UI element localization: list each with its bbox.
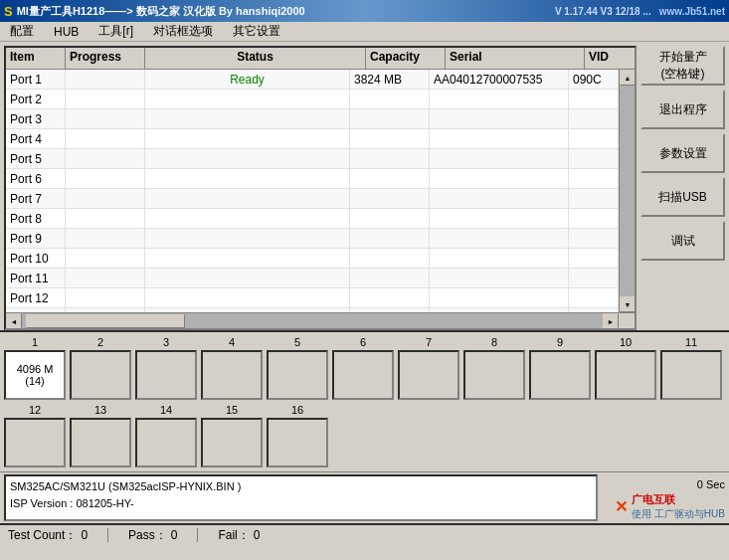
cell-capacity [350,209,430,229]
debug-button[interactable]: 调试 [640,221,725,261]
cell-item: Port 11 [6,269,66,288]
menu-hub[interactable]: HUB [48,23,85,41]
menu-tools[interactable]: 工具[r] [92,21,139,42]
port-box-6[interactable] [332,350,394,400]
port-box-1[interactable]: 4096 M (14) [4,350,66,400]
cell-serial [430,249,569,269]
scroll-up-btn[interactable]: ▲ [620,70,635,86]
table-row[interactable]: Port 8 [6,209,619,229]
port-box-7[interactable] [398,350,459,400]
port-box-13[interactable] [70,418,131,467]
start-button[interactable]: 开始量产(空格键) [640,46,725,86]
table-row[interactable]: Port 11 [6,269,619,288]
scroll-track[interactable] [620,86,635,296]
port-box-9[interactable] [529,350,591,400]
scan-usb-button[interactable]: 扫描USB [640,177,725,217]
table-rows: Port 1 Ready 3824 MB AA04012700007535 09… [6,70,619,312]
port-box-4[interactable] [201,350,263,400]
logo-x-icon: ✕ [615,497,628,516]
vertical-scrollbar[interactable]: ▲ ▼ [619,70,635,312]
cell-vid [569,209,619,229]
settings-button[interactable]: 参数设置 [640,133,725,173]
cell-item: Port 6 [6,169,66,189]
port-group-7: 7 [398,336,459,400]
table-row[interactable]: Port 6 [6,169,619,189]
menu-dialog[interactable]: 对话框选项 [147,21,219,42]
horiz-scroll-thumb[interactable] [26,314,185,328]
port-box-3[interactable] [135,350,197,400]
app-logo: S [4,4,13,19]
port-group-12: 12 [4,404,66,467]
exit-button[interactable]: 退出程序 [640,90,725,129]
port-box-12[interactable] [4,418,66,467]
port-box-10[interactable] [595,350,656,400]
port-number-label: 12 [29,404,41,416]
table-row[interactable]: Port 10 [6,249,619,269]
table-row[interactable]: Port 9 [6,229,619,249]
info-section: SM325AC/SM321U (SM325acISP-HYNIX.BIN ) I… [0,471,729,523]
menu-other[interactable]: 其它设置 [227,21,286,42]
title-bar: S MI量产工具H1218——> 数码之家 汉化版 By hanshiqi200… [0,0,729,22]
table-row[interactable]: Port 5 [6,149,619,169]
port-number-label: 15 [226,404,238,416]
test-count-value: 0 [81,528,88,542]
port-box-15[interactable] [201,418,263,467]
pass-value: 0 [171,528,178,542]
cell-capacity [350,129,430,149]
cell-vid [569,149,619,169]
port-box-14[interactable] [135,418,197,467]
website-text: www.Jb51.net [659,6,725,17]
cell-serial [430,229,569,249]
info-logo-area: 0 Sec ✕ 广电互联 使用 工广驱动与HUB [606,474,725,521]
cell-vid [569,90,619,109]
port-number-label: 9 [557,336,563,348]
table-row[interactable]: Port 1 Ready 3824 MB AA04012700007535 09… [6,70,619,90]
port-grid: 14096 M (14)2345678910111213141516 [4,336,725,467]
port-group-8: 8 [463,336,525,400]
port-box-16[interactable] [267,418,328,467]
info-text-box: SM325AC/SM321U (SM325acISP-HYNIX.BIN ) I… [4,474,598,521]
table-row[interactable]: Port 3 [6,109,619,129]
port-number-label: 6 [360,336,366,348]
cell-capacity [350,229,430,249]
table-scroll-area: Port 1 Ready 3824 MB AA04012700007535 09… [6,70,635,312]
port-number-label: 10 [620,336,632,348]
horizontal-scrollbar[interactable]: ◄ ► [6,312,635,328]
cell-capacity [350,249,430,269]
cell-status [145,189,350,209]
port-box-11[interactable] [660,350,722,400]
table-row[interactable]: Port 7 [6,189,619,209]
port-box-2[interactable] [70,350,131,400]
header-capacity: Capacity [366,48,446,69]
cell-capacity [350,109,430,129]
cell-item: Port 4 [6,129,66,149]
menu-config[interactable]: 配置 [4,21,40,42]
cell-item: Port 7 [6,189,66,209]
cell-item: Port 12 [6,288,66,308]
port-box-5[interactable] [267,350,328,400]
sep1 [107,528,108,542]
table-row[interactable]: Port 2 [6,90,619,109]
port-group-1: 14096 M (14) [4,336,66,400]
horiz-scroll-track[interactable] [22,313,603,328]
cell-status [145,209,350,229]
cell-progress [66,90,145,109]
scroll-down-btn[interactable]: ▼ [620,296,635,312]
menu-bar: 配置 HUB 工具[r] 对话框选项 其它设置 [0,22,729,42]
port-group-16: 16 [267,404,328,467]
port-box-8[interactable] [463,350,525,400]
version-text: V 1.17.44 V3 12/18 ... [555,6,651,17]
scroll-right-btn[interactable]: ► [603,313,619,329]
cell-item: Port 3 [6,109,66,129]
cell-serial [430,129,569,149]
port-number-label: 2 [97,336,103,348]
port-group-5: 5 [267,336,328,400]
port-number-label: 1 [32,336,38,348]
table-row[interactable]: Port 12 [6,288,619,308]
table-row[interactable]: Port 4 [6,129,619,149]
scroll-left-btn[interactable]: ◄ [6,313,22,329]
port-number-label: 14 [160,404,172,416]
cell-serial: AA04012700007535 [430,70,569,90]
cell-progress [66,209,145,229]
cell-progress [66,189,145,209]
